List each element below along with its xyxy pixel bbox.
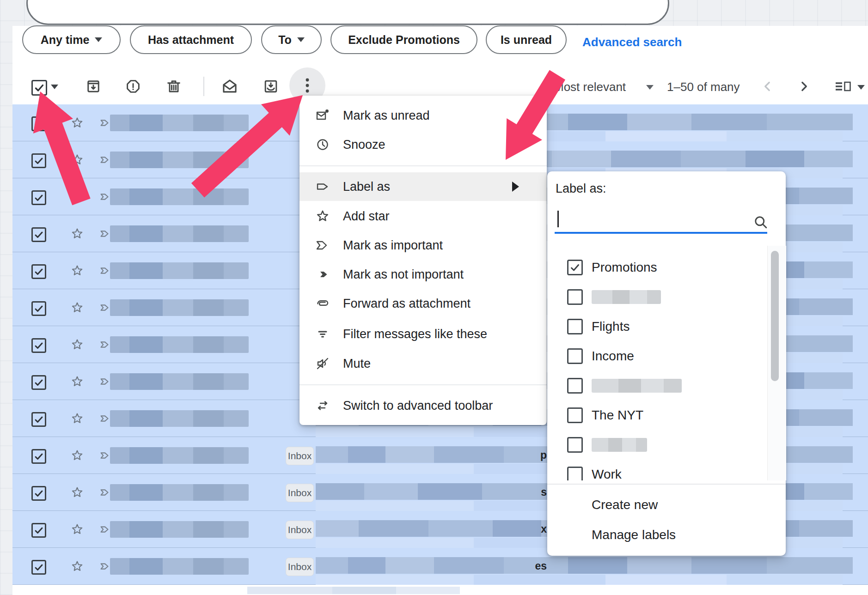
row-checkbox-checked[interactable] <box>31 523 46 538</box>
menu-item-mark-as-important[interactable]: Mark as important <box>300 232 547 258</box>
filter-icon <box>315 327 330 341</box>
star-icon[interactable] <box>70 301 84 315</box>
filter-chip-exclude-promotions[interactable]: Exclude Promotions <box>330 25 477 54</box>
checkbox-icon[interactable] <box>567 348 583 364</box>
checkbox-icon[interactable] <box>567 289 583 305</box>
delete-icon[interactable] <box>165 77 183 96</box>
redacted-sender <box>110 225 249 242</box>
clock-icon <box>315 137 330 152</box>
menu-item-add-star[interactable]: Add star <box>300 203 547 229</box>
manage-labels-button[interactable]: Manage labels <box>592 522 676 548</box>
toolbar-divider <box>203 77 204 96</box>
menu-item-mute[interactable]: Mute <box>300 351 547 376</box>
chip-label: Is unread <box>501 33 552 47</box>
star-icon[interactable] <box>70 190 84 204</box>
chevron-left-icon[interactable] <box>760 79 776 94</box>
row-checkbox-checked[interactable] <box>31 264 46 279</box>
redacted-sender <box>110 410 249 427</box>
filter-chip-any-time[interactable]: Any time <box>22 25 121 54</box>
clipped-text-fragment: s <box>541 486 547 498</box>
checkbox-icon[interactable] <box>567 437 583 453</box>
select-dropdown-icon[interactable] <box>51 85 58 89</box>
star-icon[interactable] <box>70 486 84 499</box>
label-icon <box>315 179 330 194</box>
menu-item-switch-toolbar[interactable]: Switch to advanced toolbar <box>300 393 547 419</box>
menu-item-forward-as-attachment[interactable]: Forward as attachment <box>300 291 547 316</box>
checkbox-icon[interactable] <box>567 407 583 423</box>
menu-item-snooze[interactable]: Snooze <box>300 132 547 158</box>
redacted-text <box>592 290 661 304</box>
menu-item-mark-as-unread[interactable]: Mark as unread <box>300 103 547 128</box>
star-icon[interactable] <box>70 227 84 241</box>
star-icon[interactable] <box>70 522 84 536</box>
sort-dropdown-icon[interactable] <box>646 85 654 90</box>
row-checkbox-checked[interactable] <box>31 486 46 501</box>
row-checkbox-checked[interactable] <box>31 449 46 464</box>
star-icon[interactable] <box>70 116 84 130</box>
checkbox-checked-icon[interactable] <box>567 260 583 275</box>
row-checkbox-checked[interactable] <box>31 338 46 353</box>
move-to-inbox-icon[interactable] <box>262 77 280 96</box>
star-icon[interactable] <box>70 449 84 462</box>
not-important-icon <box>315 267 330 282</box>
clipped-text-fragment: x <box>541 523 547 535</box>
star-icon[interactable] <box>70 264 84 278</box>
star-icon <box>315 209 330 224</box>
scrollbar-thumb[interactable] <box>771 251 779 381</box>
redacted-sender <box>110 262 249 279</box>
select-all-checkbox[interactable] <box>31 80 47 96</box>
row-checkbox-checked[interactable] <box>31 375 46 390</box>
archive-icon[interactable] <box>84 77 103 96</box>
label-row-flights[interactable]: Flights <box>547 312 767 341</box>
view-dropdown-icon[interactable] <box>857 85 865 90</box>
label-row-redacted[interactable] <box>547 430 767 460</box>
redacted-sender <box>110 484 249 501</box>
checkbox-icon[interactable] <box>567 378 583 394</box>
menu-item-mark-as-not-important[interactable]: Mark as not important <box>300 261 547 287</box>
row-checkbox-checked[interactable] <box>31 190 46 205</box>
filter-chip-to[interactable]: To <box>261 25 322 54</box>
label-as-menu: Label as: Promotions Flights I <box>547 171 786 556</box>
chip-label: Exclude Promotions <box>348 33 460 47</box>
row-checkbox-checked[interactable] <box>31 301 46 316</box>
star-icon[interactable] <box>70 559 84 573</box>
label-row-income[interactable]: Income <box>547 341 767 371</box>
chip-label: To <box>278 33 292 47</box>
sort-selector[interactable]: Most relevant <box>554 80 626 94</box>
search-icon[interactable] <box>752 214 769 231</box>
label-row-redacted[interactable] <box>547 282 767 312</box>
row-checkbox-checked[interactable] <box>31 153 46 168</box>
mark-as-read-icon[interactable] <box>220 77 239 96</box>
create-new-label-button[interactable]: Create new <box>592 492 658 518</box>
filter-chip-has-attachment[interactable]: Has attachment <box>130 25 252 54</box>
chevron-right-icon[interactable] <box>796 79 812 94</box>
label-row-promotions[interactable]: Promotions <box>547 253 767 282</box>
label-row-work[interactable]: Work <box>547 460 767 480</box>
inbox-label-badge: Inbox <box>286 558 314 576</box>
advanced-search-link[interactable]: Advanced search <box>582 35 682 49</box>
star-icon[interactable] <box>70 375 84 389</box>
label-row-the-nyt[interactable]: The NYT <box>547 401 767 430</box>
row-checkbox-checked[interactable] <box>31 560 46 575</box>
checkbox-icon[interactable] <box>567 319 583 334</box>
checkbox-icon[interactable] <box>567 467 583 480</box>
row-checkbox-checked[interactable] <box>31 116 46 131</box>
search-input[interactable] <box>555 232 767 234</box>
label-row-redacted[interactable] <box>547 371 767 401</box>
switch-arrows-icon <box>315 398 330 413</box>
inbox-label-badge: Inbox <box>286 521 314 539</box>
row-checkbox-checked[interactable] <box>31 412 46 427</box>
chip-label: Any time <box>41 33 90 47</box>
star-icon[interactable] <box>70 153 84 167</box>
menu-item-label-as[interactable]: Label as <box>300 172 547 201</box>
split-view-icon[interactable] <box>835 79 853 94</box>
row-checkbox-checked[interactable] <box>31 227 46 242</box>
star-icon[interactable] <box>70 338 84 352</box>
menu-item-filter-messages[interactable]: Filter messages like these <box>300 321 547 347</box>
redacted-sender <box>110 188 249 205</box>
star-icon[interactable] <box>70 412 84 425</box>
mute-icon <box>315 356 330 371</box>
search-bar[interactable] <box>26 0 669 25</box>
report-spam-icon[interactable] <box>124 77 142 96</box>
filter-chip-is-unread[interactable]: Is unread <box>486 25 567 54</box>
